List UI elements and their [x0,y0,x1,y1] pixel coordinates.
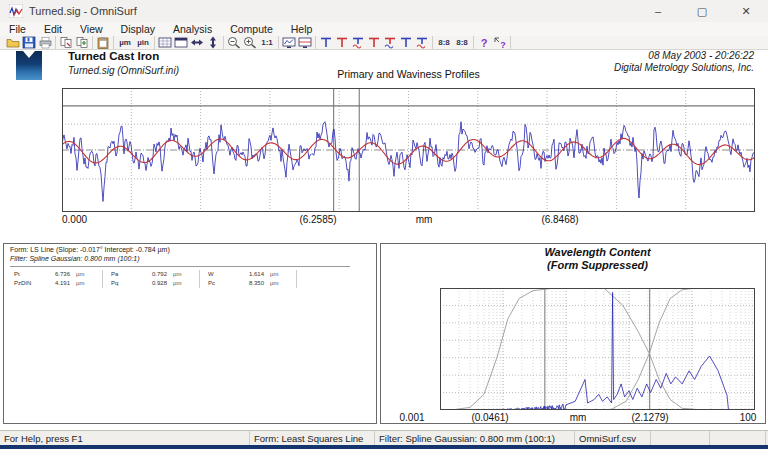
status-filter: Filter: Spline Gaussian: 0.800 mm (100:1… [375,431,575,446]
param-row: W1.614µm [208,270,288,279]
units-uin-button[interactable]: µin [134,37,152,49]
toolbar: µmµin1:18:88:8?? [0,36,768,50]
save-icon[interactable] [21,37,37,49]
window-layout-icon[interactable] [173,37,189,49]
param-name: Pt [14,270,40,279]
zoom-1to1-button[interactable]: 1:1 [258,37,276,49]
status-extra-2 [710,431,766,446]
param-name: W [208,270,234,279]
toolbar-group: µmµin [114,36,155,49]
fit-vertical-icon[interactable] [205,37,221,49]
close-button[interactable]: ✕ [724,0,768,22]
copy-image-icon[interactable] [74,37,90,49]
status-help: For Help, press F1 [0,431,250,446]
param-name: Pa [111,270,137,279]
menu-item-help[interactable]: Help [282,23,322,35]
fit-horizontal-icon[interactable] [189,37,205,49]
menu-item-compute[interactable]: Compute [221,23,282,35]
toolbar-group [3,36,56,49]
form-description: Form: LS Line (Slope: -0.017° Intercept:… [10,246,170,253]
profile-waviness-icon[interactable] [334,37,350,49]
profile-plot[interactable] [62,88,755,212]
status-bar: For Help, press F1Form: Least Squares Li… [0,430,768,446]
omnisurf-window: Turned.sig - OmniSurf – ▢ ✕ FileEditView… [0,0,768,449]
profile-x-axis-label: (6.2585) [299,214,336,225]
wavelength-x-axis-label: 100 [740,412,757,423]
param-row: Pc8.350µm [208,279,288,288]
toolbar-group [56,36,93,49]
param-unit: µm [167,270,191,279]
zoom-in-icon[interactable] [242,37,258,49]
param-row: Pt6.736µm [14,270,94,279]
param-row: Pq0.928µm [111,279,191,288]
parameters-table: Pt6.736µmPzDIN4.191µmPa0.792µmPq0.928µmW… [10,266,350,288]
minimize-button[interactable]: – [636,0,680,22]
menu-item-view[interactable]: View [71,23,112,35]
paste-icon[interactable] [95,37,111,49]
svg-text:?: ? [500,40,506,50]
profile-chart-title: Primary and Waviness Profiles [62,68,755,80]
display-mode-b-icon[interactable] [297,37,313,49]
company-logo-icon [16,51,42,80]
param-unit: µm [264,279,288,288]
svg-text:?: ? [481,37,488,49]
report-title: Turned Cast Iron [68,50,159,62]
context-help-icon[interactable]: ? [492,37,508,49]
param-row: Pa0.792µm [111,270,191,279]
wavelength-title: Wavelength Content [440,246,755,258]
compare-a-icon[interactable]: 8:8 [435,37,453,49]
profile-x-axis-label: 0.000 [62,214,87,225]
app-icon [9,4,23,18]
toolbar-group [155,36,224,49]
param-group: W1.614µmPc8.350µm [200,270,297,288]
profile-roughness-icon[interactable] [350,37,366,49]
profile-combined-icon[interactable] [382,37,398,49]
filter-setup-icon[interactable] [366,37,382,49]
wavelength-subtitle: (Form Suppressed) [440,259,755,271]
param-value: 4.191 [40,279,70,288]
form-remove-icon[interactable] [398,37,414,49]
maximize-button[interactable]: ▢ [680,0,724,22]
param-unit: µm [264,270,288,279]
wavelength-x-axis-label: 0.001 [399,412,424,423]
help-icon[interactable]: ? [476,37,492,49]
toolbar-group: 1:1 [224,36,279,49]
param-unit: µm [167,279,191,288]
param-name: PzDIN [14,279,40,288]
profile-x-axis-label: mm [416,214,433,225]
toolbar-group [279,36,316,49]
param-value: 1.614 [234,270,264,279]
report-datetime: 08 May 2003 - 20:26:22 [648,50,754,61]
menu-item-file[interactable]: File [0,23,35,35]
profile-x-axis-label: (6.8468) [541,214,578,225]
status-extra-1 [651,431,710,446]
toolbar-group [316,36,433,49]
units-um-button[interactable]: µm [116,37,134,49]
taskbar-strip [0,445,768,449]
menu-item-display[interactable]: Display [112,23,164,35]
param-group: Pa0.792µmPq0.928µm [103,270,200,288]
status-form: Form: Least Squares Line [250,431,375,446]
open-icon[interactable] [5,37,21,49]
profile-primary-icon[interactable] [318,37,334,49]
copy-data-icon[interactable] [58,37,74,49]
menu-item-edit[interactable]: Edit [35,23,71,35]
param-value: 8.350 [234,279,264,288]
zoom-out-icon[interactable] [226,37,242,49]
param-row: PzDIN4.191µm [14,279,94,288]
menu-item-analysis[interactable]: Analysis [164,23,221,35]
toolbar-group: ?? [474,36,511,49]
analysis-bands-icon[interactable] [414,37,430,49]
filter-description: Filter: Spline Gaussian: 0.800 mm (100:1… [10,255,140,262]
toolbar-group: 8:88:8 [433,36,474,49]
param-name: Pq [111,279,137,288]
param-name: Pc [208,279,234,288]
param-value: 0.792 [137,270,167,279]
compare-b-icon[interactable]: 8:8 [453,37,471,49]
toolbar-group [93,36,114,49]
grid-toggle-icon[interactable] [157,37,173,49]
wavelength-plot[interactable] [440,288,755,410]
display-mode-a-icon[interactable] [281,37,297,49]
window-title: Turned.sig - OmniSurf [29,5,137,17]
print-icon[interactable] [37,37,53,49]
